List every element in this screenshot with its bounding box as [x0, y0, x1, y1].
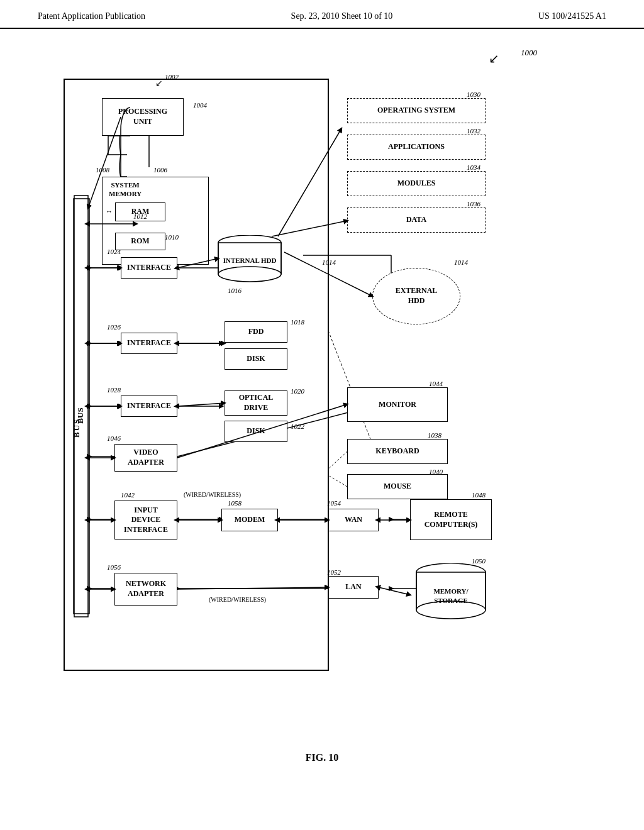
- data-box: DATA: [347, 208, 486, 233]
- svg-line-61: [328, 451, 347, 469]
- ref-1010: 1010: [165, 233, 179, 241]
- disk2-box: DISK: [225, 421, 287, 442]
- system-memory-label: SYSTEMMEMORY: [109, 180, 142, 199]
- ref-1018: 1018: [291, 318, 304, 326]
- ref-1020: 1020: [291, 387, 304, 395]
- fdd-box: FDD: [225, 321, 287, 343]
- data-label: DATA: [406, 215, 426, 225]
- ref-1058: 1058: [228, 499, 242, 507]
- disk1-label: DISK: [247, 354, 265, 364]
- optical-drive-label: OPTICAL DRIVE: [239, 393, 274, 412]
- ref-1004: 1004: [193, 101, 207, 109]
- keyboard-label: KEYBOARD: [375, 446, 419, 456]
- patent-header: Patent Application Publication Sep. 23, …: [0, 0, 644, 29]
- ref-1022: 1022: [291, 423, 304, 430]
- ref-1000-arrow: ↙: [489, 51, 499, 66]
- input-device-label: INPUT DEVICE INTERFACE: [124, 506, 168, 535]
- processing-unit-label: PROCESSING UNIT: [118, 107, 167, 126]
- svg-text:INTERNAL HDD: INTERNAL HDD: [223, 257, 277, 264]
- keyboard-box: KEYBOARD: [347, 439, 448, 464]
- svg-line-51: [177, 403, 225, 406]
- fdd-label: FDD: [248, 327, 264, 337]
- monitor-label: MONITOR: [379, 400, 416, 410]
- interface-1026: INTERFACE: [121, 333, 177, 354]
- ref-1040: 1040: [429, 468, 443, 475]
- svg-point-29: [218, 267, 281, 282]
- ref-1002: 1002: [165, 73, 179, 80]
- monitor-box: MONITOR: [347, 387, 448, 422]
- optical-drive-box: OPTICAL DRIVE: [225, 390, 287, 416]
- svg-text:MEMORY/: MEMORY/: [433, 587, 469, 595]
- svg-line-47: [272, 221, 347, 236]
- main-content: ↙ 1000: [0, 29, 644, 776]
- modules-box: MODULES: [347, 171, 486, 196]
- ref-1014-right: 1014: [454, 258, 468, 266]
- ref-1024: 1024: [107, 248, 121, 255]
- mouse-label: MOUSE: [384, 482, 411, 492]
- modules-label: MODULES: [397, 179, 436, 189]
- wired-wireless-2: (WIRED/WIRELESS): [209, 596, 266, 603]
- ref-1026: 1026: [107, 323, 121, 331]
- ref-1052: 1052: [327, 568, 341, 576]
- ref-1014-left: 1014: [322, 258, 336, 266]
- svg-line-14: [278, 130, 341, 236]
- ref-1030: 1030: [467, 91, 480, 98]
- video-adapter-box: VIDEO ADAPTER: [114, 444, 177, 472]
- ref-1012: 1012: [133, 213, 147, 220]
- ref-1054: 1054: [327, 499, 341, 507]
- svg-line-59: [177, 587, 328, 589]
- modem-label: MODEM: [235, 515, 265, 525]
- header-middle: Sep. 23, 2010 Sheet 10 of 10: [291, 11, 393, 21]
- ref-1016: 1016: [228, 287, 242, 294]
- ref-1046: 1046: [107, 434, 121, 442]
- ref-1042: 1042: [121, 491, 135, 499]
- video-adapter-label: VIDEO ADAPTER: [128, 448, 164, 467]
- external-hdd: EXTERNAL HDD: [372, 268, 460, 324]
- ref-1034: 1034: [467, 163, 480, 171]
- ref-1032: 1032: [467, 127, 480, 135]
- arrow-1002: ↙: [155, 78, 163, 89]
- internal-hdd-container: INTERNAL HDD: [215, 235, 284, 288]
- rom-label: ROM: [131, 236, 149, 246]
- interface-1024-label: INTERFACE: [127, 263, 171, 273]
- ref-1036: 1036: [467, 200, 480, 208]
- ref-1048: 1048: [472, 491, 486, 499]
- external-hdd-label: EXTERNAL HDD: [396, 286, 438, 306]
- apps-box: APPLICATIONS: [347, 135, 486, 160]
- rom-box: ROM: [115, 233, 165, 250]
- wired-wireless-1: (WIRED/WIRELESS): [184, 491, 241, 498]
- header-right: US 100/241525 A1: [538, 11, 606, 21]
- ref-1000: 1000: [521, 48, 537, 58]
- disk2-label: DISK: [247, 426, 265, 436]
- ref-1006: 1006: [153, 166, 167, 174]
- fig-label: FIG. 10: [38, 752, 606, 763]
- lan-label: LAN: [345, 582, 361, 592]
- interface-1024: INTERFACE: [121, 257, 177, 279]
- remote-computers-box: REMOTE COMPUTER(S): [410, 499, 492, 540]
- apps-label: APPLICATIONS: [388, 142, 445, 152]
- bus-label: BUS: [72, 312, 82, 438]
- svg-line-62: [328, 475, 347, 487]
- input-device-box: INPUT DEVICE INTERFACE: [114, 501, 177, 540]
- processing-unit-box: PROCESSING UNIT: [102, 98, 184, 136]
- interface-1026-label: INTERFACE: [127, 338, 171, 348]
- header-left: Patent Application Publication: [38, 11, 145, 21]
- os-box: OPERATING SYSTEM: [347, 98, 486, 123]
- wan-label: WAN: [345, 515, 362, 525]
- ref-1028: 1028: [107, 386, 121, 394]
- interface-1028-label: INTERFACE: [127, 401, 171, 411]
- ref-1008: 1008: [96, 166, 109, 174]
- ref-1044: 1044: [429, 380, 443, 387]
- ref-1038: 1038: [428, 431, 441, 439]
- memory-storage-svg: MEMORY/ STORAGE: [410, 563, 492, 626]
- diagram: 1002 ↙ PROCESSING UNIT 1004 1008 1006 SY…: [39, 73, 605, 733]
- ref-1050: 1050: [472, 557, 486, 565]
- ref-1056: 1056: [107, 563, 121, 571]
- network-adapter-label: NETWORK ADAPTER: [126, 579, 166, 599]
- os-label: OPERATING SYSTEM: [377, 106, 455, 116]
- remote-computers-label: REMOTE COMPUTER(S): [425, 510, 478, 529]
- disk1-box: DISK: [225, 348, 287, 370]
- modem-box: MODEM: [221, 509, 278, 531]
- ram-arrow: ↔: [106, 207, 113, 216]
- svg-text:STORAGE: STORAGE: [434, 597, 468, 604]
